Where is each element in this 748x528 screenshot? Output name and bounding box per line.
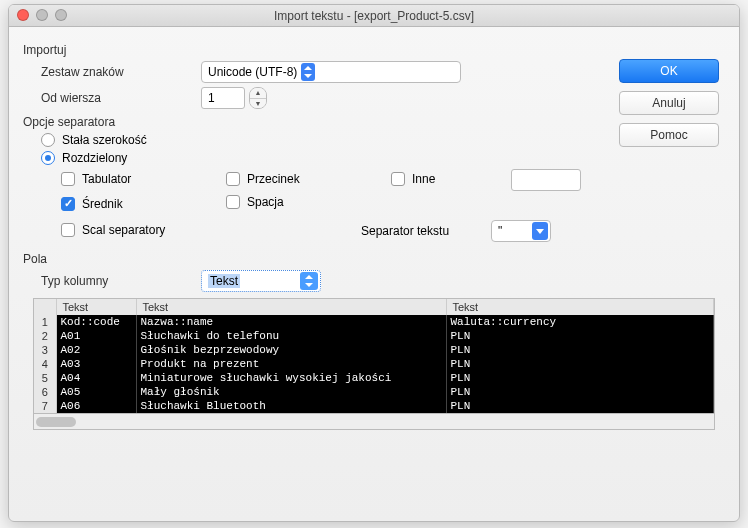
preview-table[interactable]: Tekst Tekst Tekst 1Kod::codeNazwa::nameW…: [33, 298, 715, 414]
check-merge-label: Scal separatory: [82, 223, 165, 237]
check-space-label: Spacja: [247, 195, 284, 209]
minimize-icon: [36, 9, 48, 21]
textsep-label: Separator tekstu: [361, 224, 491, 238]
ok-button[interactable]: OK: [619, 59, 719, 83]
check-comma[interactable]: Przecinek: [226, 172, 300, 186]
charset-label: Zestaw znaków: [41, 65, 201, 79]
chevron-updown-icon: [300, 272, 318, 290]
coltype-value: Tekst: [208, 274, 240, 288]
titlebar: Import tekstu - [export_Product-5.csv]: [9, 5, 739, 27]
checkbox-icon: [226, 195, 240, 209]
fromrow-input[interactable]: [201, 87, 245, 109]
chevron-down-icon: [532, 222, 548, 240]
preview-header: Tekst Tekst Tekst: [34, 299, 714, 315]
checkbox-icon: [226, 172, 240, 186]
radio-delimited-label: Rozdzielony: [62, 151, 127, 165]
check-tab[interactable]: Tabulator: [61, 172, 131, 186]
window-controls: [17, 9, 67, 21]
check-other-label: Inne: [412, 172, 435, 186]
other-delimiter-input[interactable]: [511, 169, 581, 191]
text-separator-select[interactable]: ": [491, 220, 551, 242]
section-fields: Pola: [23, 252, 725, 266]
table-row[interactable]: 5A04Miniaturowe słuchawki wysokiej jakoś…: [34, 371, 714, 385]
table-row[interactable]: 3A02Głośnik bezprzewodowyPLN: [34, 343, 714, 357]
scrollbar-thumb[interactable]: [36, 417, 76, 427]
check-semicolon-label: Średnik: [82, 197, 123, 211]
charset-select[interactable]: Unicode (UTF-8): [201, 61, 461, 83]
radio-fixed-label: Stała szerokość: [62, 133, 147, 147]
table-row[interactable]: 7A06Słuchawki BluetoothPLN: [34, 399, 714, 413]
charset-value: Unicode (UTF-8): [208, 65, 297, 79]
fromrow-stepper[interactable]: ▲▼: [249, 87, 267, 109]
section-import: Importuj: [23, 43, 725, 57]
close-icon[interactable]: [17, 9, 29, 21]
check-tab-label: Tabulator: [82, 172, 131, 186]
table-row[interactable]: 4A03Produkt na prezentPLN: [34, 357, 714, 371]
check-merge[interactable]: Scal separatory: [61, 223, 165, 237]
table-row[interactable]: 2A01Słuchawki do telefonuPLN: [34, 329, 714, 343]
check-comma-label: Przecinek: [247, 172, 300, 186]
check-other[interactable]: Inne: [391, 172, 435, 186]
check-space[interactable]: Spacja: [226, 195, 284, 209]
radio-fixed-width[interactable]: Stała szerokość: [41, 133, 147, 147]
window-title: Import tekstu - [export_Product-5.csv]: [274, 9, 474, 23]
check-semicolon[interactable]: ✓ Średnik: [61, 197, 123, 211]
column-type-select[interactable]: Tekst: [201, 270, 321, 292]
zoom-icon: [55, 9, 67, 21]
coltype-label: Typ kolumny: [41, 274, 201, 288]
dialog-window: Import tekstu - [export_Product-5.csv] O…: [8, 4, 740, 522]
radio-icon: [41, 151, 55, 165]
checkbox-icon: [61, 223, 75, 237]
checkbox-icon: [61, 172, 75, 186]
radio-icon: [41, 133, 55, 147]
textsep-value: ": [498, 224, 502, 238]
cancel-button[interactable]: Anuluj: [619, 91, 719, 115]
checkbox-icon: ✓: [61, 197, 75, 211]
table-row[interactable]: 1Kod::codeNazwa::nameWaluta::currency: [34, 315, 714, 329]
chevron-updown-icon: [301, 63, 315, 81]
radio-delimited[interactable]: Rozdzielony: [41, 151, 127, 165]
help-button[interactable]: Pomoc: [619, 123, 719, 147]
fromrow-label: Od wiersza: [41, 91, 201, 105]
table-row[interactable]: 6A05Mały głośnikPLN: [34, 385, 714, 399]
horizontal-scrollbar[interactable]: [33, 414, 715, 430]
checkbox-icon: [391, 172, 405, 186]
